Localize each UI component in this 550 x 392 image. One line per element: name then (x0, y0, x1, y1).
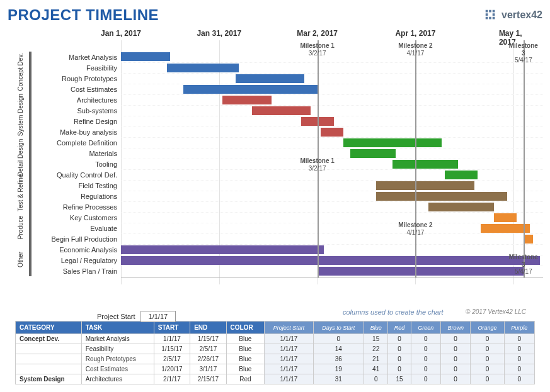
milestone-label: Milestone 35/4/17 (509, 254, 538, 276)
gantt-row: Feasibility (121, 62, 543, 73)
cell-category[interactable] (16, 364, 82, 374)
cell-ps: 1/1/17 (265, 374, 313, 384)
gantt-bar (236, 74, 304, 83)
cell-start[interactable]: 1/1/17 (154, 334, 190, 344)
cell-brown: 0 (440, 334, 471, 344)
cell-red: 0 (388, 344, 411, 354)
cell-color[interactable]: Blue (226, 344, 265, 354)
cell-task[interactable]: Rough Prototypes (81, 354, 154, 364)
col-subheader: Brown (440, 322, 471, 334)
group-label: Produce (17, 211, 24, 244)
row-label: Feasibility (33, 64, 117, 72)
group-label: Detail Design (17, 137, 24, 179)
row-label: Key Customers (33, 214, 117, 221)
milestone-label: Milestone 35/4/17 (509, 42, 538, 64)
gantt-bar (183, 85, 318, 94)
gantt-row: Begin Full Production (121, 233, 543, 244)
cell-category[interactable]: Concept Dev. (16, 334, 82, 344)
axis-tick: Mar 2, 2017 (297, 29, 338, 38)
gantt-bar (222, 96, 272, 104)
axis-tick: Jan 31, 2017 (197, 29, 241, 38)
table-row: Rough Prototypes2/5/172/26/17Blue1/1/173… (16, 354, 535, 364)
cell-end[interactable]: 3/1/17 (190, 364, 226, 374)
row-label: Economic Analysis (33, 246, 117, 254)
cell-task[interactable]: Market Analysis (81, 334, 154, 344)
cell-start[interactable]: 2/1/17 (154, 374, 190, 384)
cell-start[interactable]: 2/5/17 (154, 354, 190, 364)
col-subheader: Project Start (265, 322, 313, 334)
gantt-bar (121, 52, 170, 61)
cell-blue: 0 (364, 374, 387, 384)
table-row: System DesignArchitectures2/1/172/15/17R… (16, 374, 535, 384)
cell-category[interactable]: System Design (16, 374, 82, 384)
gantt-row: Refine Design (121, 116, 543, 126)
row-label: Tooling (33, 160, 117, 168)
cell-red: 0 (388, 364, 411, 374)
header: PROJECT TIMELINE vertex42 (8, 6, 542, 24)
cell-brown: 0 (440, 354, 471, 364)
cell-category[interactable] (16, 354, 82, 364)
columns-note: columns used to create the chart (343, 308, 444, 316)
gantt-bar (321, 128, 343, 137)
cell-blue: 21 (364, 354, 387, 364)
cell-end[interactable]: 2/15/17 (190, 374, 226, 384)
row-label: Cost Estimates (33, 86, 117, 93)
cell-blue: 22 (364, 344, 387, 354)
row-label: Legal / Regulatory (33, 257, 117, 264)
row-label: Market Analysis (33, 53, 117, 61)
cell-task[interactable]: Architectures (81, 374, 154, 384)
gantt-bar (445, 171, 478, 179)
gantt-bar (392, 160, 458, 169)
cell-start[interactable]: 1/20/17 (154, 364, 190, 374)
cell-ps: 1/1/17 (265, 344, 313, 354)
row-label: Quality Control Def. (33, 171, 117, 179)
gantt-row: Regulations (121, 191, 543, 201)
gantt-bar (121, 245, 324, 254)
milestone-label: Milestone 24/1/17 (398, 221, 432, 236)
cell-dts: 31 (313, 374, 364, 384)
cell-end[interactable]: 2/26/17 (190, 354, 226, 364)
gantt-bar (481, 224, 530, 233)
row-label: Field Testing (33, 182, 117, 189)
cell-green: 0 (411, 354, 440, 364)
cell-orange: 0 (471, 344, 504, 354)
group-label: Other (17, 244, 24, 276)
cell-orange: 0 (471, 334, 504, 344)
cell-end[interactable]: 2/5/17 (190, 344, 226, 354)
cell-green: 0 (411, 344, 440, 354)
cell-task[interactable]: Cost Estimates (81, 364, 154, 374)
gantt-bar (376, 192, 507, 201)
row-label: Sales Plan / Train (33, 267, 117, 275)
vertex42-logo: vertex42 (484, 8, 542, 22)
cell-purple: 0 (504, 374, 534, 384)
gantt-chart: Jan 1, 2017Jan 31, 2017Mar 2, 2017Apr 1,… (8, 26, 543, 303)
cell-color[interactable]: Blue (226, 364, 265, 374)
page-title: PROJECT TIMELINE (8, 6, 159, 24)
col-header: CATEGORY (16, 322, 82, 334)
cell-start[interactable]: 1/15/17 (154, 344, 190, 354)
cell-color[interactable]: Blue (226, 354, 265, 364)
cell-end[interactable]: 1/15/17 (190, 334, 226, 344)
cell-red: 0 (388, 354, 411, 364)
gantt-row: Sales Plan / Train (121, 266, 543, 276)
cell-color[interactable]: Blue (226, 334, 265, 344)
cell-task[interactable]: Feasibility (81, 344, 154, 354)
cell-green: 0 (411, 334, 440, 344)
cell-ps: 1/1/17 (265, 334, 313, 344)
cell-category[interactable] (16, 344, 82, 354)
cell-dts: 14 (313, 344, 364, 354)
row-label: Sub-systems (33, 107, 117, 115)
cell-green: 0 (411, 374, 440, 384)
gantt-row: Refine Processes (121, 201, 543, 212)
table-row: Cost Estimates1/20/173/1/17Blue1/1/17194… (16, 364, 535, 374)
table-row: Feasibility1/15/172/5/17Blue1/1/17142200… (16, 344, 535, 354)
cell-ps: 1/1/17 (265, 354, 313, 364)
gantt-row: Cost Estimates (121, 84, 543, 94)
cell-blue: 41 (364, 364, 387, 374)
col-subheader: Days to Start (313, 322, 364, 334)
logo-icon (484, 8, 498, 22)
gantt-bar (524, 235, 534, 244)
cell-color[interactable]: Red (226, 374, 265, 384)
project-start-value[interactable]: 1/1/17 (140, 311, 176, 322)
axis-tick: Jan 1, 2017 (101, 29, 141, 38)
